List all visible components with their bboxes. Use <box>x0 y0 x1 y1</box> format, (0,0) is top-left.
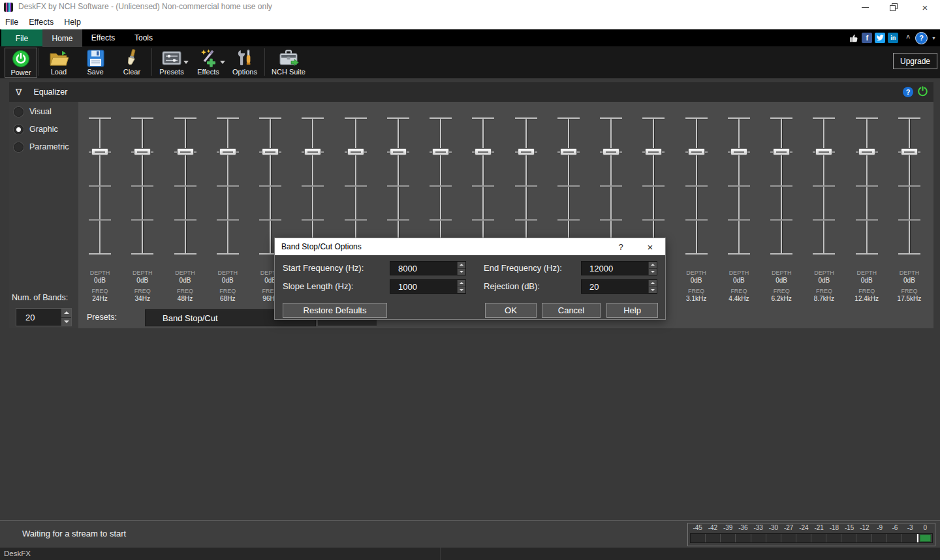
restore-defaults-button[interactable]: Restore Defaults <box>283 303 387 318</box>
slider-handle[interactable] <box>91 148 108 155</box>
dropdown-caret-icon[interactable] <box>183 61 189 64</box>
slider-handle[interactable] <box>773 148 790 155</box>
like-icon[interactable] <box>849 33 859 43</box>
restore-button[interactable] <box>883 0 905 14</box>
power-button[interactable]: Power <box>5 48 37 78</box>
effects-button[interactable]: Effects <box>190 48 227 78</box>
spin-down-button[interactable] <box>648 268 657 275</box>
cancel-button[interactable]: Cancel <box>542 303 601 318</box>
close-button[interactable]: × <box>914 0 936 14</box>
slider-handle[interactable] <box>432 148 449 155</box>
meter-cell <box>887 534 902 542</box>
eq-band-24Hz[interactable]: DEPTH0dBFREQ24Hz <box>78 102 121 328</box>
collapse-triangle-icon[interactable]: ∇ <box>16 87 22 97</box>
down-arrow-icon <box>64 320 69 323</box>
panel-help-icon[interactable]: ? <box>903 87 913 97</box>
eq-band-17.5kHz[interactable]: DEPTH0dBFREQ17.5kHz <box>888 102 931 328</box>
slider-handle[interactable] <box>645 148 662 155</box>
slider-handle[interactable] <box>304 148 321 155</box>
eq-band-8.7kHz[interactable]: DEPTH0dBFREQ8.7kHz <box>802 102 845 328</box>
mode-radio-parametric[interactable]: Parametric <box>14 142 69 152</box>
slider-tick <box>131 253 153 255</box>
facebook-icon[interactable]: f <box>862 33 872 43</box>
mode-radio-graphic[interactable]: Graphic <box>14 124 58 134</box>
tab-effects[interactable]: Effects <box>82 29 124 46</box>
spin-up-button[interactable] <box>457 280 465 287</box>
load-button[interactable]: Load <box>40 48 77 78</box>
spin-up-button[interactable] <box>457 262 465 268</box>
slider-handle[interactable] <box>134 148 151 155</box>
spin-down-button[interactable] <box>648 287 657 294</box>
slider-handle[interactable] <box>901 148 918 155</box>
spin-down-button[interactable] <box>457 268 465 275</box>
menu-file[interactable]: File <box>5 18 18 27</box>
options-button[interactable]: Options <box>227 48 263 78</box>
slider-handle[interactable] <box>858 148 875 155</box>
depth-value: 0dB <box>845 277 888 284</box>
ok-button[interactable]: OK <box>485 303 537 318</box>
meter-cell <box>721 534 736 542</box>
help-caret-icon[interactable]: ▼ <box>932 36 936 40</box>
tab-home[interactable]: Home <box>42 29 82 47</box>
help-icon[interactable]: ? <box>915 32 928 44</box>
slider-handle[interactable] <box>475 148 492 155</box>
slider-handle[interactable] <box>347 148 364 155</box>
panel-power-icon[interactable] <box>917 86 928 99</box>
slope-length-input[interactable]: 1000 <box>390 279 466 294</box>
eq-band-6.2kHz[interactable]: DEPTH0dBFREQ6.2kHz <box>760 102 803 328</box>
slider-handle[interactable] <box>688 148 705 155</box>
start-frequency-input[interactable]: 8000 <box>390 261 466 275</box>
rejection-input[interactable]: 20 <box>581 279 657 294</box>
slider-handle[interactable] <box>603 148 619 155</box>
menu-help[interactable]: Help <box>64 18 81 27</box>
eq-band-68Hz[interactable]: DEPTH0dBFREQ68Hz <box>206 102 249 328</box>
slider-tick <box>685 253 708 255</box>
status-bar: Waiting for a stream to start -45-42-39-… <box>0 520 940 548</box>
eq-band-12.4kHz[interactable]: DEPTH0dBFREQ12.4kHz <box>845 102 888 328</box>
nch-suite-button[interactable]: NCH Suite <box>266 48 311 78</box>
eq-band-48Hz[interactable]: DEPTH0dBFREQ48Hz <box>164 102 207 328</box>
mode-radio-visual[interactable]: Visual <box>14 106 52 117</box>
stepper-down-button[interactable] <box>61 317 71 326</box>
dropdown-caret-icon[interactable] <box>220 61 225 64</box>
slider-handle[interactable] <box>560 148 577 155</box>
freq-value: 4.4kHz <box>717 295 760 302</box>
stepper-up-button[interactable] <box>61 309 71 317</box>
save-button[interactable]: Save <box>77 48 114 78</box>
eq-band-4.4kHz[interactable]: DEPTH0dBFREQ4.4kHz <box>717 102 760 328</box>
slider-tick <box>174 253 196 255</box>
end-frequency-input[interactable]: 12000 <box>581 261 657 275</box>
minimize-button[interactable] <box>854 0 876 14</box>
slider-handle[interactable] <box>815 148 832 155</box>
slider-tick <box>174 117 196 119</box>
spin-down-button[interactable] <box>457 287 465 294</box>
dialog-close-button[interactable]: × <box>640 238 660 255</box>
num-of-bands-stepper[interactable]: 20 <box>16 308 72 326</box>
slider-handle[interactable] <box>219 148 236 155</box>
slider-handle[interactable] <box>390 148 407 155</box>
spin-up-button[interactable] <box>648 280 657 287</box>
menu-effects[interactable]: Effects <box>29 18 54 27</box>
slider-tick <box>430 219 452 221</box>
toolbar-group: PresetsEffectsOptions <box>153 46 263 78</box>
meter-scale: -45-42-39-36-33-30-27-24-21-18-15-12-9-6… <box>690 524 933 533</box>
tab-file[interactable]: File <box>1 29 42 47</box>
dialog-help-button[interactable]: ? <box>611 238 631 255</box>
slider-handle[interactable] <box>730 148 747 155</box>
presets-button[interactable]: Presets <box>153 48 190 78</box>
eq-band-3.1kHz[interactable]: DEPTH0dBFREQ3.1kHz <box>675 102 718 328</box>
clear-button[interactable]: Clear <box>114 48 150 78</box>
meter-cell <box>826 534 841 542</box>
eq-band-34Hz[interactable]: DEPTH0dBFREQ34Hz <box>121 102 164 328</box>
slider-handle[interactable] <box>518 148 535 155</box>
twitter-icon[interactable] <box>875 33 885 43</box>
help-button[interactable]: Help <box>606 303 658 318</box>
tab-tools[interactable]: Tools <box>124 29 163 46</box>
upgrade-button[interactable]: Upgrade <box>893 53 937 69</box>
slider-handle[interactable] <box>177 148 194 155</box>
linkedin-icon[interactable]: in <box>888 33 898 43</box>
spin-up-button[interactable] <box>648 262 657 268</box>
slider-handle[interactable] <box>262 148 279 155</box>
chevron-up-icon[interactable]: ^ <box>906 35 910 42</box>
meter-tick-label: 0 <box>918 524 933 533</box>
